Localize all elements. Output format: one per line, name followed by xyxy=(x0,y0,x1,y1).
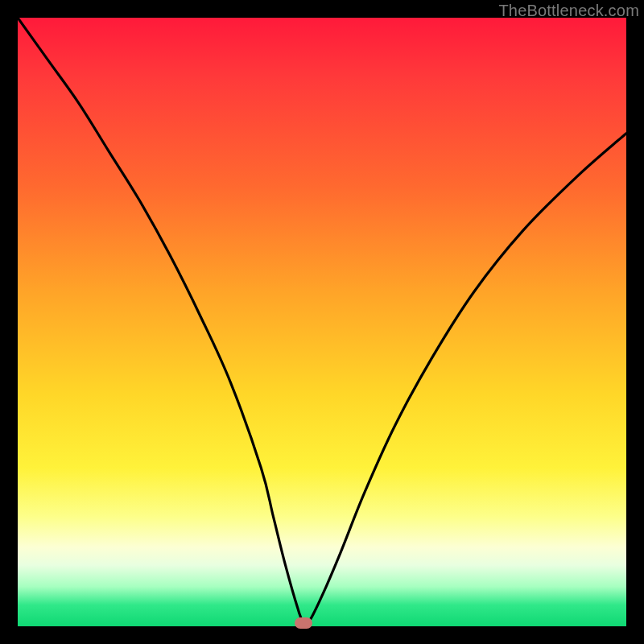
bottleneck-curve xyxy=(18,18,626,626)
watermark-text: TheBottleneck.com xyxy=(498,2,639,20)
plot-area xyxy=(18,18,626,626)
optimal-point-marker xyxy=(295,617,312,629)
chart-frame: TheBottleneck.com xyxy=(0,0,644,644)
